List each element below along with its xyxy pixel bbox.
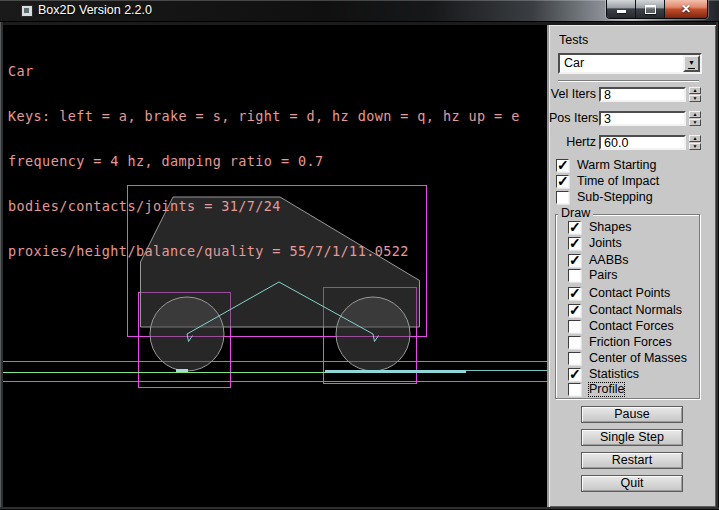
spinner-up-icon[interactable]: ▲ bbox=[689, 135, 701, 142]
window-title: Box2D Version 2.2.0 bbox=[38, 0, 152, 22]
checkbox-warm-starting[interactable]: Warm Starting bbox=[556, 159, 656, 172]
contact-forces-label: Contact Forces bbox=[589, 320, 674, 333]
pairs-checkbox-box[interactable] bbox=[568, 269, 581, 282]
pos-iters-spinner: ▲ ▼ bbox=[689, 111, 701, 126]
center-of-masses-label: Center of Masses bbox=[589, 352, 687, 365]
spinner-down-icon[interactable]: ▼ bbox=[689, 95, 701, 102]
joints-label: Joints bbox=[589, 237, 622, 250]
time-of-impact-checkbox-box[interactable] bbox=[556, 175, 569, 188]
shapes-checkbox-box[interactable] bbox=[568, 221, 581, 234]
pos-iters-input[interactable] bbox=[599, 111, 686, 126]
titlebar[interactable]: Box2D Version 2.2.0 ✕ bbox=[0, 0, 719, 22]
hertz-input[interactable] bbox=[599, 135, 686, 150]
contact-normals-checkbox-box[interactable] bbox=[568, 304, 581, 317]
checkbox-sub-stepping[interactable]: Sub-Stepping bbox=[556, 191, 653, 204]
contact-points-label: Contact Points bbox=[589, 287, 670, 300]
checkbox-contact-forces[interactable]: Contact Forces bbox=[568, 320, 674, 333]
contact-forces-checkbox-box[interactable] bbox=[568, 320, 581, 333]
checkbox-aabbs[interactable]: AABBs bbox=[568, 254, 629, 267]
spinner-down-icon[interactable]: ▼ bbox=[689, 143, 701, 150]
maximize-button[interactable] bbox=[635, 0, 665, 18]
pairs-label: Pairs bbox=[589, 269, 617, 282]
window-controls: ✕ bbox=[606, 0, 708, 19]
tests-dropdown-arrow-button[interactable]: ▼ bbox=[683, 55, 700, 72]
tests-selected-value: Car bbox=[564, 56, 584, 71]
bridge-joint-line-thick bbox=[325, 370, 466, 373]
center-of-masses-checkbox-box[interactable] bbox=[568, 352, 581, 365]
profile-label: Profile bbox=[589, 383, 624, 396]
app-icon bbox=[21, 5, 33, 17]
hertz-row: Hertz ▲ ▼ bbox=[549, 135, 718, 150]
friction-forces-label: Friction Forces bbox=[589, 336, 672, 349]
shapes-label: Shapes bbox=[589, 221, 631, 234]
pos-iters-label: Pos Iters bbox=[549, 111, 596, 126]
frequency-text: frequency = 4 hz, damping ratio = 0.7 bbox=[8, 154, 520, 169]
vel-iters-input[interactable] bbox=[599, 87, 686, 102]
tests-dropdown[interactable]: Car ▼ bbox=[558, 53, 702, 74]
checkbox-shapes[interactable]: Shapes bbox=[568, 221, 631, 234]
sub-stepping-label: Sub-Stepping bbox=[577, 191, 653, 204]
single-step-button[interactable]: Single Step bbox=[581, 429, 683, 446]
contact-point-mark bbox=[176, 369, 188, 372]
profile-checkbox-box[interactable] bbox=[568, 383, 581, 396]
joints-checkbox-box[interactable] bbox=[568, 237, 581, 250]
tests-label: Tests bbox=[559, 33, 588, 47]
control-panel: Tests Car ▼ Vel Iters ▲ ▼ Pos Iters bbox=[547, 25, 716, 507]
simulation-canvas[interactable]: Car Keys: left = a, brake = s, right = d… bbox=[3, 25, 547, 507]
vel-iters-row: Vel Iters ▲ ▼ bbox=[549, 87, 718, 102]
quit-button[interactable]: Quit bbox=[581, 475, 683, 492]
checkbox-statistics[interactable]: Statistics bbox=[568, 368, 639, 381]
minimize-icon bbox=[617, 10, 626, 13]
vel-iters-label: Vel Iters bbox=[549, 87, 596, 102]
proxies-stats-text: proxies/height/balance/quality = 55/7/1/… bbox=[8, 244, 520, 259]
spinner-up-icon[interactable]: ▲ bbox=[689, 87, 701, 94]
debug-text-block: Car Keys: left = a, brake = s, right = d… bbox=[8, 34, 520, 289]
checkbox-joints[interactable]: Joints bbox=[568, 237, 622, 250]
checkbox-pairs[interactable]: Pairs bbox=[568, 269, 617, 282]
checkbox-center-of-masses[interactable]: Center of Masses bbox=[568, 352, 687, 365]
checkbox-profile[interactable]: Profile bbox=[568, 383, 624, 396]
checkbox-time-of-impact[interactable]: Time of Impact bbox=[556, 175, 659, 188]
pos-iters-row: Pos Iters ▲ ▼ bbox=[549, 111, 718, 126]
separator-line bbox=[558, 80, 699, 82]
checkbox-friction-forces[interactable]: Friction Forces bbox=[568, 336, 672, 349]
chevron-down-icon: ▼ bbox=[688, 59, 695, 69]
statistics-label: Statistics bbox=[589, 368, 639, 381]
aabbs-checkbox-box[interactable] bbox=[568, 254, 581, 267]
time-of-impact-label: Time of Impact bbox=[577, 175, 659, 188]
spinner-down-icon[interactable]: ▼ bbox=[689, 119, 701, 126]
hertz-spinner: ▲ ▼ bbox=[689, 135, 701, 150]
close-button[interactable]: ✕ bbox=[665, 0, 707, 18]
aabbs-label: AABBs bbox=[589, 254, 629, 267]
spinner-up-icon[interactable]: ▲ bbox=[689, 111, 701, 118]
checkbox-contact-normals[interactable]: Contact Normals bbox=[568, 304, 682, 317]
sub-stepping-checkbox-box[interactable] bbox=[556, 191, 569, 204]
keys-help-text: Keys: left = a, brake = s, right = d, hz… bbox=[8, 109, 520, 124]
minimize-button[interactable] bbox=[607, 0, 635, 18]
friction-forces-checkbox-box[interactable] bbox=[568, 336, 581, 349]
restart-button[interactable]: Restart bbox=[581, 452, 683, 469]
hertz-label: Hertz bbox=[549, 135, 596, 150]
contact-points-checkbox-box[interactable] bbox=[568, 287, 581, 300]
checkbox-contact-points[interactable]: Contact Points bbox=[568, 287, 670, 300]
pause-button[interactable]: Pause bbox=[581, 406, 683, 423]
box2d-window: Box2D Version 2.2.0 ✕ bbox=[0, 0, 719, 510]
bodies-stats-text: bodies/contacts/joints = 31/7/24 bbox=[8, 199, 520, 214]
test-title-text: Car bbox=[8, 64, 520, 79]
warm-starting-checkbox-box[interactable] bbox=[556, 159, 569, 172]
maximize-icon bbox=[645, 5, 656, 14]
contact-normals-label: Contact Normals bbox=[589, 304, 682, 317]
vel-iters-spinner: ▲ ▼ bbox=[689, 87, 701, 102]
statistics-checkbox-box[interactable] bbox=[568, 368, 581, 381]
close-icon: ✕ bbox=[681, 1, 691, 17]
warm-starting-label: Warm Starting bbox=[577, 159, 656, 172]
